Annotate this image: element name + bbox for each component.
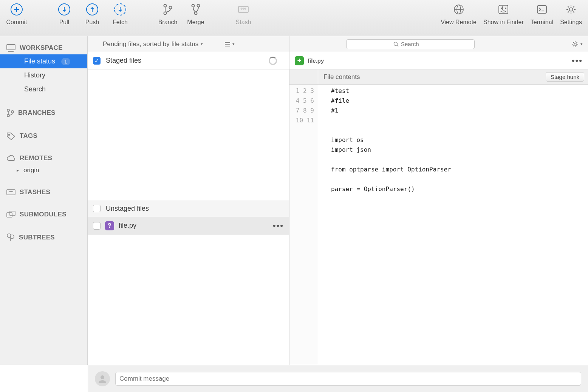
fetch-label: Fetch <box>113 19 128 26</box>
main-area: WORKSPACE File status 1 History Search B… <box>0 36 588 365</box>
stash-icon <box>6 188 16 196</box>
show-in-finder-button[interactable]: Show in Finder <box>483 3 524 26</box>
workspace-header: WORKSPACE <box>0 42 87 54</box>
submodules-icon <box>6 210 16 219</box>
chevron-right-icon: ▸ <box>17 168 21 173</box>
svg-point-7 <box>169 6 172 9</box>
view-mode-dropdown[interactable]: ▾ <box>224 41 235 47</box>
file-row[interactable]: ? file.py ••• <box>88 217 289 235</box>
code-view[interactable]: 1 2 3 4 5 6 7 8 9 10 11 #test #file #1 i… <box>289 85 588 365</box>
list-icon <box>224 41 231 47</box>
svg-point-10 <box>195 12 197 15</box>
merge-button[interactable]: Merge <box>185 3 206 26</box>
code-content: #test #file #1 import os import json fro… <box>318 85 451 365</box>
unstaged-files-header: Unstaged files <box>88 200 289 217</box>
file-added-icon: + <box>295 56 304 65</box>
terminal-icon <box>535 3 548 16</box>
show-in-finder-label: Show in Finder <box>483 19 524 26</box>
monitor-icon <box>6 44 16 52</box>
sidebar-item-search[interactable]: Search <box>0 82 87 96</box>
search-icon <box>393 42 399 47</box>
svg-line-43 <box>397 45 398 46</box>
plus-circle-icon <box>11 3 23 15</box>
file-checkbox[interactable] <box>93 222 101 230</box>
file-more-icon[interactable]: ••• <box>273 221 284 231</box>
svg-rect-35 <box>10 211 15 216</box>
loading-spinner-icon <box>269 57 277 65</box>
stash-button[interactable]: Stash <box>233 3 254 26</box>
svg-point-32 <box>11 191 12 192</box>
arrow-down-dashed-circle-icon <box>114 3 126 15</box>
svg-point-31 <box>9 191 10 192</box>
diff-file-name: file.py <box>308 57 324 64</box>
commit-button[interactable]: Commit <box>6 3 27 26</box>
file-name: file.py <box>119 222 136 230</box>
submodules-header[interactable]: SUBMODULES <box>0 208 87 221</box>
unstaged-files-label: Unstaged files <box>106 205 149 213</box>
stashes-header[interactable]: STASHES <box>0 186 87 198</box>
chevron-down-icon: ▾ <box>201 42 203 46</box>
chevron-down-icon: ▾ <box>232 42 235 46</box>
svg-rect-21 <box>537 6 546 13</box>
branch-icon <box>161 3 174 16</box>
arrow-down-circle-icon <box>58 3 70 15</box>
gear-icon <box>565 3 577 16</box>
svg-point-45 <box>101 375 104 379</box>
arrow-up-circle-icon <box>86 3 98 15</box>
svg-rect-34 <box>7 213 12 217</box>
svg-point-6 <box>164 12 167 15</box>
svg-point-28 <box>11 111 14 113</box>
svg-rect-24 <box>7 45 15 50</box>
view-remote-label: View Remote <box>441 19 477 26</box>
sidebar-item-history[interactable]: History <box>0 68 87 82</box>
stash-label: Stash <box>236 19 251 26</box>
settings-label: Settings <box>560 19 582 26</box>
branch-button[interactable]: Branch <box>157 3 178 26</box>
globe-icon <box>452 3 465 16</box>
staged-files-header: Staged files <box>88 52 289 69</box>
terminal-button[interactable]: Terminal <box>531 3 553 26</box>
commit-bar <box>88 365 588 392</box>
search-input[interactable] <box>346 39 475 49</box>
svg-point-33 <box>12 191 13 192</box>
file-status-pane: Pending files, sorted by file status ▾ ▾… <box>88 36 289 365</box>
diff-file-header: + file.py ••• <box>289 52 588 69</box>
commit-message-input[interactable] <box>115 372 581 386</box>
filter-bar: Pending files, sorted by file status ▾ ▾ <box>88 36 289 52</box>
remotes-header[interactable]: REMOTES <box>0 152 87 164</box>
svg-point-44 <box>574 43 576 45</box>
diff-settings-dropdown[interactable]: ▾ <box>571 40 583 48</box>
user-avatar-icon <box>95 371 110 386</box>
stash-icon <box>237 3 250 16</box>
hunk-label: File contents <box>318 73 546 81</box>
branches-header[interactable]: BRANCHES <box>0 106 87 120</box>
terminal-label: Terminal <box>531 19 553 26</box>
tags-header[interactable]: TAGS <box>0 130 87 142</box>
subtrees-header[interactable]: SUBTREES <box>0 231 87 244</box>
unstaged-checkbox[interactable] <box>93 205 101 212</box>
sidebar-item-origin[interactable]: ▸ origin <box>0 164 87 176</box>
merge-icon <box>189 3 202 16</box>
svg-point-9 <box>197 5 200 7</box>
commit-label: Commit <box>6 19 27 26</box>
toolbar: Commit Pull Push Fetch <box>0 0 588 36</box>
settings-button[interactable]: Settings <box>560 3 582 26</box>
tag-icon <box>6 132 16 140</box>
view-remote-button[interactable]: View Remote <box>441 3 477 26</box>
pull-button[interactable]: Pull <box>54 3 75 26</box>
finder-icon <box>497 3 510 16</box>
diff-toolbar: ▾ <box>289 36 588 52</box>
svg-point-29 <box>9 134 10 136</box>
sidebar-item-file-status[interactable]: File status 1 <box>0 54 87 68</box>
svg-point-20 <box>505 8 506 9</box>
pending-filter-dropdown[interactable]: Pending files, sorted by file status ▾ <box>103 40 203 48</box>
push-button[interactable]: Push <box>82 3 103 26</box>
staged-checkbox[interactable] <box>93 57 101 65</box>
svg-point-19 <box>501 8 502 9</box>
diff-more-icon[interactable]: ••• <box>572 56 583 66</box>
unstaged-files-list <box>88 235 289 365</box>
svg-point-14 <box>244 8 246 9</box>
svg-point-5 <box>164 5 167 7</box>
fetch-button[interactable]: Fetch <box>110 3 131 26</box>
stage-hunk-button[interactable]: Stage hunk <box>546 72 584 82</box>
